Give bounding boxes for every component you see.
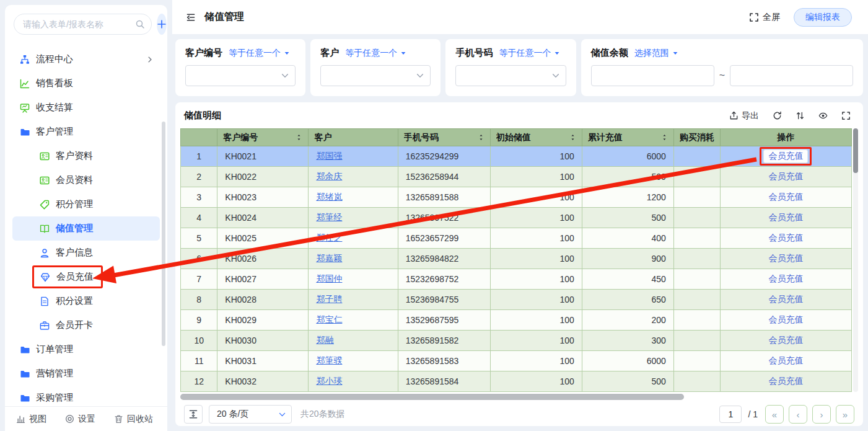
first-page-button[interactable]: « <box>765 405 784 424</box>
table-row-7[interactable]: 7KH0027郑国仲15232698752100450会员充值 <box>181 269 852 290</box>
filter-operator-dropdown[interactable]: 等于任意一个 <box>345 48 406 59</box>
last-page-button[interactable]: » <box>836 405 854 424</box>
member-recharge-link[interactable]: 会员充值 <box>768 151 803 161</box>
table-row-6[interactable]: 6KH0026郑嘉颖13265984822100900会员充值 <box>181 249 852 269</box>
horizontal-scroll-thumb[interactable] <box>180 394 684 400</box>
sidebar-scrollbar[interactable] <box>162 122 165 346</box>
table-row-11[interactable]: 11KH0031郑筆骙132658915831006000会员充值 <box>181 351 852 371</box>
sort-button[interactable] <box>796 111 805 120</box>
column-header-3[interactable]: 手机号码 <box>398 129 490 146</box>
search-box[interactable] <box>14 14 152 35</box>
page-size-select[interactable]: 20 条/页 <box>209 405 292 424</box>
filter-select[interactable] <box>320 65 431 86</box>
column-header-1[interactable]: 客户编号 <box>217 129 309 146</box>
sidebar-item-6[interactable]: 积分管理 <box>12 192 160 216</box>
page-number-input[interactable] <box>719 406 742 423</box>
sort-col-icon[interactable] <box>569 133 576 141</box>
customer-name-link[interactable]: 郑小瑛 <box>316 376 342 386</box>
customer-name-link[interactable]: 郑子聘 <box>316 294 342 304</box>
member-recharge-link[interactable]: 会员充值 <box>768 273 803 283</box>
member-recharge-link[interactable]: 会员充值 <box>768 335 803 345</box>
customer-name-link[interactable]: 郑嘉颖 <box>316 253 342 263</box>
collapse-icon[interactable] <box>186 12 196 22</box>
filter-select[interactable] <box>185 65 296 86</box>
table-row-3[interactable]: 3KH0023郑绪岚132658915881001200会员充值 <box>181 187 852 208</box>
sort-col-icon[interactable] <box>661 133 668 141</box>
table-row-4[interactable]: 4KH0024郑筆经13265897522100500会员充值 <box>181 208 852 228</box>
filter-operator-dropdown[interactable]: 等于任意一个 <box>229 48 290 59</box>
member-recharge-link[interactable]: 会员充值 <box>768 212 803 222</box>
customer-name-link[interactable]: 郑融 <box>316 335 333 345</box>
member-recharge-link[interactable]: 会员充值 <box>768 192 803 202</box>
search-input[interactable] <box>23 19 135 29</box>
member-recharge-link[interactable]: 会员充值 <box>768 233 803 242</box>
sidebar-item-12[interactable]: 订单管理 <box>12 337 160 362</box>
sidebar-item-5[interactable]: 会员资料 <box>12 168 160 192</box>
vertical-scroll-thumb[interactable] <box>853 128 858 173</box>
refresh-button[interactable] <box>773 111 782 120</box>
column-header-4[interactable]: 初始储值 <box>490 129 582 146</box>
table-horizontal-scrollbar[interactable] <box>180 394 852 400</box>
customer-name-link[interactable]: 郑余庆 <box>316 171 342 181</box>
table-vertical-scrollbar[interactable] <box>853 128 858 392</box>
customer-name-link[interactable]: 郑筆经 <box>316 212 342 222</box>
member-recharge-link[interactable]: 会员充值 <box>768 253 803 263</box>
customer-name-link[interactable]: 郑筆骙 <box>316 355 342 365</box>
member-recharge-link[interactable]: 会员充值 <box>768 376 803 386</box>
edit-report-button[interactable]: 编辑报表 <box>794 8 852 27</box>
table-row-2[interactable]: 2KH0022郑余庆15236258944100500会员充值 <box>181 167 852 187</box>
range-min-input[interactable] <box>591 65 714 86</box>
customer-name-link[interactable]: 郑任之 <box>316 233 342 242</box>
sidebar-item-14[interactable]: 采购管理 <box>12 386 160 405</box>
sidebar-item-inner: 客户资料 <box>40 150 93 162</box>
table-row-8[interactable]: 8KH0028郑子聘15236984755100650会员充值 <box>181 290 852 310</box>
row-height-button[interactable] <box>184 405 203 424</box>
customer-name-link[interactable]: 郑国仲 <box>316 273 342 283</box>
customer-name-link[interactable]: 郑绪岚 <box>316 192 342 202</box>
export-button[interactable]: 导出 <box>729 110 759 122</box>
member-recharge-button[interactable]: 会员充值 <box>763 149 808 163</box>
table-row-10[interactable]: 10KH0030郑融13265891582100300会员充值 <box>181 331 852 351</box>
sort-col-icon[interactable] <box>296 133 302 141</box>
sort-col-icon[interactable] <box>478 133 484 141</box>
sidebar-item-7[interactable]: 储值管理 <box>12 216 160 241</box>
next-page-button[interactable]: › <box>812 405 831 424</box>
range-max-input[interactable] <box>730 65 853 86</box>
sidebar-footer-item-1[interactable]: 设置 <box>65 414 95 425</box>
sidebar-item-4[interactable]: 客户资料 <box>12 144 160 168</box>
member-recharge-link[interactable]: 会员充值 <box>768 314 803 324</box>
member-recharge-link[interactable]: 会员充值 <box>768 171 803 181</box>
page-size-label: 20 条/页 <box>217 409 248 420</box>
filter-operator-dropdown[interactable]: 等于任意一个 <box>499 48 560 59</box>
prev-page-button[interactable]: ‹ <box>789 405 807 424</box>
table-row-5[interactable]: 5KH0025郑任之16523657299100400会员充值 <box>181 228 852 249</box>
fullscreen-button[interactable]: 全屏 <box>749 12 780 23</box>
member-recharge-link[interactable]: 会员充值 <box>768 294 803 304</box>
table-row-12[interactable]: 12KH0032郑小瑛13265891584100500会员充值 <box>181 371 852 392</box>
customer-name-link[interactable]: 郑国强 <box>316 151 342 161</box>
sidebar-footer-item-0[interactable]: 视图 <box>16 414 46 425</box>
sidebar-item-11[interactable]: 会员开卡 <box>12 313 160 337</box>
customer-name-link[interactable]: 郑宝仁 <box>316 314 342 324</box>
sidebar-footer-item-2[interactable]: 回收站 <box>114 414 153 425</box>
sidebar-item-0[interactable]: 流程中心 <box>12 47 160 71</box>
table-row-1[interactable]: 1KH0021郑国强162352942991006000会员充值 <box>181 146 852 167</box>
column-header-5[interactable]: 累计充值 <box>582 129 673 146</box>
sidebar-item-3[interactable]: 客户管理 <box>12 120 160 144</box>
filter-operator-dropdown[interactable]: 选择范围 <box>634 48 678 59</box>
cell-purchase-consume <box>673 371 720 392</box>
folder-icon <box>20 345 30 355</box>
column-header-2: 客户 <box>309 129 398 146</box>
sidebar-item-13[interactable]: 营销管理 <box>12 362 160 386</box>
sidebar-item-8[interactable]: 客户信息 <box>12 241 160 265</box>
sidebar-item-2[interactable]: 收支结算 <box>12 96 160 120</box>
member-recharge-link[interactable]: 会员充值 <box>768 355 803 365</box>
visibility-button[interactable] <box>818 111 828 120</box>
sidebar-item-10[interactable]: 积分设置 <box>12 289 160 313</box>
table-row-9[interactable]: 9KH0029郑宝仁13529687595100200会员充值 <box>181 310 852 331</box>
sidebar-item-1[interactable]: 销售看板 <box>12 71 160 96</box>
sidebar-item-9[interactable]: 会员充值 <box>12 265 160 289</box>
filter-select[interactable] <box>455 65 566 86</box>
table-fullscreen-button[interactable] <box>841 111 851 120</box>
add-button[interactable] <box>157 14 167 35</box>
